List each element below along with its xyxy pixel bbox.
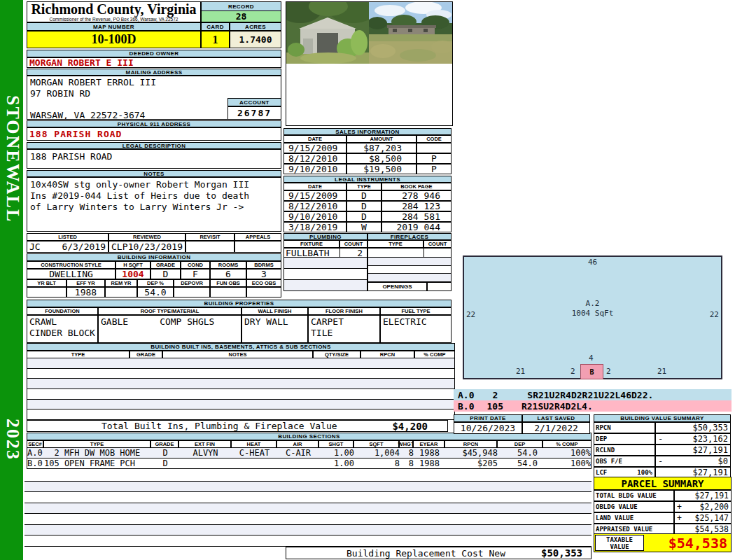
bs-eyear-header: EYEAR xyxy=(413,440,444,448)
bi-comp-header: % COMP xyxy=(414,351,455,358)
floor-line-1: CARPET xyxy=(311,316,379,328)
account-label: ACCOUNT xyxy=(227,98,281,106)
depovr-value xyxy=(174,287,210,298)
bdrms-value: 3 xyxy=(246,269,281,279)
roof-value: GABLE COMP SHGLS xyxy=(98,315,241,343)
reviewed-header: REVIEWED xyxy=(108,233,186,241)
empty-row xyxy=(368,258,451,266)
bs-type-header: TYPE xyxy=(43,440,150,448)
replacement-cost-row: Building Replacement Cost New $50,353 xyxy=(286,547,592,559)
physical-address-label: PHYSICAL 911 ADDRESS xyxy=(27,120,281,127)
map-number-value: 10-100D xyxy=(27,31,201,48)
rooms-header: ROOMS xyxy=(210,261,246,269)
bdrms-header: BDRMS xyxy=(246,261,281,269)
replacement-cost-label: Building Replacement Cost New xyxy=(346,548,505,559)
bi-notes-header: NOTES xyxy=(162,351,313,358)
bs-grade-header: GRADE xyxy=(150,440,178,448)
parcel-label: TOTAL BLDG VALUE xyxy=(594,490,674,501)
yrblt-header: YR BLT xyxy=(27,279,66,287)
instrument-bookpage: 284 581 xyxy=(382,211,451,222)
legal-description-value: 188 PARISH ROAD xyxy=(27,149,281,169)
county-title: Richmond County, Virginia xyxy=(27,2,200,17)
hsqft-header: H SQFT xyxy=(115,261,150,269)
bs-shgt: 1.00 xyxy=(319,448,354,458)
building-properties-header-row: FOUNDATION ROOF TYPE/MATERIAL WALL FINIS… xyxy=(27,307,451,315)
bs-dep: 54.0 xyxy=(498,448,543,458)
review-value-row: JC 6/3/2019 CLP 10/23/2019 xyxy=(27,241,281,253)
bs-extfin-header: EXT FIN xyxy=(178,440,231,448)
building-section-row-a: A.0 2 MFH DW MOB HOME D ALVYN C-HEAT C-A… xyxy=(27,448,592,458)
bvs-value: $27,191 xyxy=(692,468,728,477)
sketch-code-type: 2 xyxy=(492,390,498,400)
effyr-value: 1988 xyxy=(66,287,105,298)
parcel-summary: TOTAL BLDG VALUE $27,191 OBLDG VALUE +$2… xyxy=(594,490,732,533)
empty-row xyxy=(24,525,592,536)
bvs-row: RCLND $27,191 xyxy=(594,444,731,456)
bs-type: 2 MFH DW MOB HOME xyxy=(44,448,151,458)
bi-type-header: TYPE xyxy=(27,351,130,358)
bs-eyear: 1988 xyxy=(414,448,445,458)
instrument-row: 9/15/2009 D 278 946 xyxy=(284,190,451,201)
openings-value xyxy=(427,282,451,291)
listed-cell: JC 6/3/2019 xyxy=(27,241,108,253)
instrument-type: D xyxy=(346,201,382,211)
empty-row xyxy=(284,258,367,269)
empty-row xyxy=(27,379,454,389)
notes-line-1: 10x40SW stg only-owner Robert Morgan III xyxy=(30,179,281,190)
bs-comp: 100% xyxy=(543,448,591,458)
building-sections-empty-rows xyxy=(24,470,592,547)
parcel-label: LAND VALUE xyxy=(594,512,674,524)
dates-value-row: 10/26/2023 2/1/2022 xyxy=(454,422,590,434)
listed-header: LISTED xyxy=(27,233,108,241)
grade-value: D xyxy=(150,269,181,279)
empty-row xyxy=(24,482,592,493)
fixture-count-header: COUNT xyxy=(340,240,368,248)
funobs-header: FUN OBS xyxy=(210,279,246,287)
plumbing-title: PLUMBING xyxy=(284,233,368,240)
funobs-value xyxy=(210,287,246,298)
roof-type: GABLE xyxy=(101,316,128,327)
bs-sqft: 8 xyxy=(354,458,400,468)
bvs-value: $23,162 xyxy=(692,434,728,444)
floor-finish-header: FLOOR FINISH xyxy=(308,307,380,315)
reviewed-date: 10/23/2019 xyxy=(128,241,183,252)
fireplaces-title: FIREPLACES xyxy=(368,233,451,240)
district-name: STONEWALL xyxy=(0,78,23,239)
empty-row xyxy=(368,274,451,281)
sale-amount: $87,203 xyxy=(346,143,416,153)
sketch-code-sec: A.0 xyxy=(458,390,474,400)
bi-grade-header: GRADE xyxy=(130,351,162,358)
ecoobs-value xyxy=(246,287,281,298)
plumbing-row-1: FULLBATH 2 xyxy=(284,248,451,258)
map-number-label: MAP NUMBER xyxy=(27,22,201,31)
building-properties-title: BUILDING PROPERTIES xyxy=(27,300,451,307)
instrument-type-header: TYPE xyxy=(346,183,382,190)
dep-pct-header: DEP % xyxy=(137,279,174,287)
bvs-value: $0 xyxy=(718,456,728,466)
physical-address-value: 188 PARISH ROAD xyxy=(27,127,281,141)
instrument-row: 3/18/2019 W 2019 044 xyxy=(284,222,451,232)
bvs-row: DEP -$23,162 xyxy=(594,433,731,444)
yrblt-value xyxy=(27,287,66,298)
taxable-value-label: TAXABLE VALUE xyxy=(595,535,644,551)
dates-header-row: PRINT DATE LAST SAVED xyxy=(454,414,590,422)
wall-finish-value: DRY WALL xyxy=(241,315,308,343)
bs-type: 105 OPEN FRAME PCH xyxy=(44,458,151,468)
bs-sqft: 1,004 xyxy=(354,448,400,458)
sketch-dim-porch-left: 2 xyxy=(570,367,575,376)
listed-date: 6/3/2019 xyxy=(62,241,106,252)
acres-value: 1.7400 xyxy=(230,31,281,48)
empty-row xyxy=(24,470,592,482)
revisit-cell xyxy=(186,241,234,253)
bvs-label: DEP xyxy=(596,435,607,442)
bs-air-header: AIR xyxy=(276,440,318,448)
parcel-row: LAND VALUE +$25,147 xyxy=(594,512,732,524)
bs-heat: C-HEAT xyxy=(232,448,277,458)
bvs-label: LCF xyxy=(596,469,607,476)
sale-code: P xyxy=(416,153,451,164)
commissioner-line: Commissioner of the Revenue, PO Box 366,… xyxy=(27,17,200,22)
fixture-header: FIXTURE xyxy=(284,240,340,248)
review-header-row: LISTED REVIEWED REVISIT APPEALS xyxy=(27,233,281,241)
empty-row xyxy=(27,358,454,369)
wall-finish-header: WALL FINISH xyxy=(241,307,308,315)
